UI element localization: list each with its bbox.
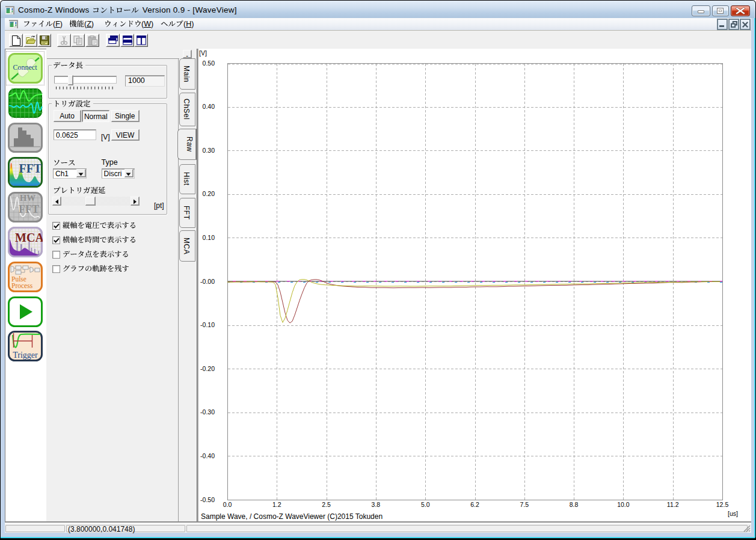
svg-text:-0.00: -0.00: [200, 278, 215, 285]
svg-text:FFT: FFT: [19, 203, 39, 215]
svg-text:1.2: 1.2: [272, 501, 281, 508]
svg-text:0.30: 0.30: [203, 147, 215, 154]
svg-text:10.0: 10.0: [617, 501, 630, 508]
svg-text:0.20: 0.20: [203, 190, 215, 197]
svg-text:11.2: 11.2: [667, 501, 679, 508]
svg-text:0.10: 0.10: [203, 234, 215, 241]
svg-text:6.2: 6.2: [470, 501, 479, 508]
svg-text:0.0: 0.0: [223, 501, 232, 508]
svg-text:2.5: 2.5: [322, 501, 331, 508]
svg-text:-0.20: -0.20: [200, 365, 215, 372]
svg-text:12.5: 12.5: [716, 501, 729, 508]
svg-text:[V]: [V]: [199, 49, 207, 57]
svg-text:7.5: 7.5: [520, 501, 529, 508]
svg-text:3.8: 3.8: [372, 501, 381, 508]
svg-text:0.50: 0.50: [203, 60, 215, 67]
svg-text:-0.30: -0.30: [200, 408, 215, 416]
svg-text:-0.10: -0.10: [200, 321, 215, 328]
svg-text:Sample Wave, / Cosmo-Z WaveVie: Sample Wave, / Cosmo-Z WaveViewer (C)201…: [201, 512, 383, 521]
svg-text:-0.50: -0.50: [200, 496, 215, 503]
svg-text:[us]: [us]: [728, 510, 738, 517]
svg-text:MCA: MCA: [15, 231, 43, 244]
svg-text:0.40: 0.40: [203, 103, 215, 110]
svg-text:5.0: 5.0: [421, 501, 430, 508]
svg-text:HW: HW: [20, 193, 36, 203]
svg-text:Process: Process: [11, 282, 33, 289]
svg-text:FFT: FFT: [19, 162, 42, 175]
svg-text:Trigger: Trigger: [13, 351, 38, 360]
svg-text:-0.40: -0.40: [200, 452, 215, 459]
svg-text:8.8: 8.8: [570, 501, 579, 508]
